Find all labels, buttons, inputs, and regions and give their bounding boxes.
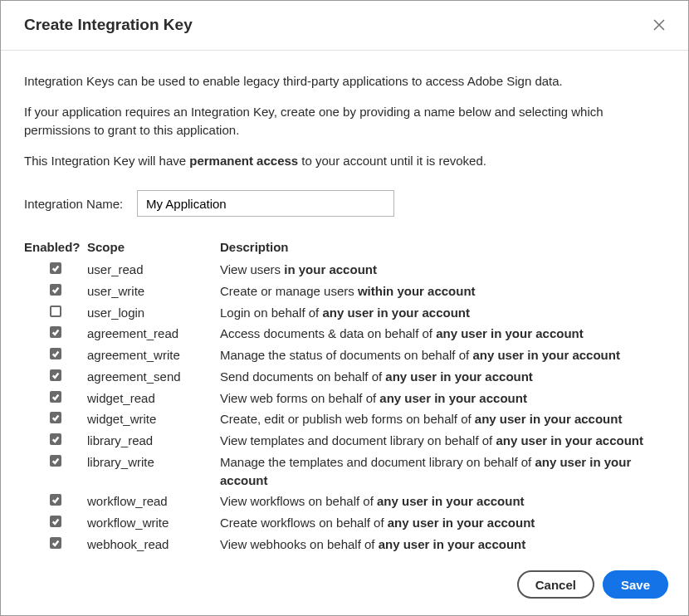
- permission-scope: library_read: [87, 432, 220, 450]
- permission-row: agreement_sendSend documents on behalf o…: [24, 366, 665, 388]
- header-enabled: Enabled?: [24, 240, 87, 254]
- permission-description: Access documents & data on behalf of any…: [220, 325, 665, 343]
- permission-enabled-cell: [24, 453, 87, 467]
- permission-enabled-cell: [24, 514, 87, 527]
- intro-p3: This Integration Key will have permanent…: [24, 152, 665, 171]
- permission-checkbox[interactable]: [50, 262, 61, 274]
- permission-checkbox[interactable]: [50, 348, 61, 359]
- permission-enabled-cell: [24, 432, 87, 445]
- permission-checkbox[interactable]: [50, 455, 61, 467]
- permissions-header-row: Enabled? Scope Description: [24, 240, 665, 254]
- permission-description: Login on behalf of any user in your acco…: [220, 304, 665, 322]
- permission-row: workflow_readView workflows on behalf of…: [24, 491, 665, 512]
- check-icon: [51, 517, 60, 526]
- permission-scope: webhook_read: [87, 535, 220, 554]
- permission-scope: user_login: [87, 304, 220, 322]
- check-icon: [51, 264, 60, 272]
- permission-scope: workflow_write: [87, 514, 220, 532]
- permission-scope: widget_read: [87, 389, 220, 408]
- check-icon: [51, 350, 60, 358]
- permission-description: Create, edit or publish web forms on beh…: [220, 410, 665, 428]
- permission-checkbox[interactable]: [50, 433, 61, 445]
- permission-description: View web forms on behalf of any user in …: [220, 389, 665, 408]
- permission-enabled-cell: [24, 325, 87, 338]
- check-icon: [51, 371, 60, 379]
- header-description: Description: [220, 240, 665, 254]
- permission-enabled-cell: [24, 261, 87, 274]
- permission-scope: agreement_send: [87, 368, 220, 386]
- close-icon: [653, 19, 665, 31]
- permission-checkbox[interactable]: [50, 412, 61, 423]
- permission-description: View templates and document library on b…: [220, 432, 665, 450]
- permission-description: Create or manage users within your accou…: [220, 282, 665, 301]
- permission-enabled-cell: [24, 304, 87, 317]
- permission-row: webhook_readView webhooks on behalf of a…: [24, 534, 665, 555]
- permission-scope: agreement_write: [87, 346, 220, 364]
- dialog-header: Create Integration Key: [1, 1, 688, 51]
- permission-scope: user_write: [87, 282, 220, 301]
- permission-row: agreement_readAccess documents & data on…: [24, 323, 665, 345]
- cancel-button[interactable]: Cancel: [517, 570, 594, 599]
- permissions-table: Enabled? Scope Description user_readView…: [24, 240, 665, 557]
- permission-enabled-cell: [24, 410, 87, 423]
- permission-scope: workflow_read: [87, 492, 220, 511]
- permission-scope: widget_write: [87, 410, 220, 428]
- permission-description: Manage the templates and document librar…: [220, 453, 665, 490]
- check-icon: [51, 413, 60, 422]
- integration-name-label: Integration Name:: [24, 197, 137, 211]
- check-icon: [51, 496, 60, 504]
- permission-row: user_writeCreate or manage users within …: [24, 281, 665, 302]
- permission-row: widget_readView web forms on behalf of a…: [24, 388, 665, 409]
- permission-checkbox[interactable]: [50, 537, 61, 549]
- integration-name-input[interactable]: [137, 190, 394, 217]
- check-icon: [51, 393, 60, 401]
- check-icon: [51, 328, 60, 336]
- dialog-title: Create Integration Key: [24, 16, 193, 34]
- permission-description: View workflows on behalf of any user in …: [220, 492, 665, 511]
- dialog-footer: Cancel Save: [1, 557, 688, 615]
- create-integration-key-dialog: Create Integration Key Integration Keys …: [0, 0, 689, 616]
- permission-description: Send documents on behalf of any user in …: [220, 368, 665, 386]
- integration-name-row: Integration Name:: [24, 190, 665, 217]
- permission-enabled-cell: [24, 389, 87, 403]
- intro-p2: If your application requires an Integrat…: [24, 103, 665, 140]
- close-button[interactable]: [650, 16, 668, 37]
- check-icon: [51, 457, 60, 465]
- permission-row: library_readView templates and document …: [24, 430, 665, 452]
- permission-row: workflow_writeCreate workflows on behalf…: [24, 512, 665, 534]
- permission-enabled-cell: [24, 282, 87, 296]
- permission-checkbox[interactable]: [50, 369, 61, 381]
- permission-enabled-cell: [24, 346, 87, 359]
- save-button[interactable]: Save: [603, 570, 668, 599]
- permission-scope: agreement_read: [87, 325, 220, 343]
- permission-enabled-cell: [24, 492, 87, 506]
- permission-description: Create workflows on behalf of any user i…: [220, 514, 665, 532]
- permission-checkbox[interactable]: [50, 494, 61, 506]
- check-icon: [51, 435, 60, 443]
- permission-enabled-cell: [24, 535, 87, 549]
- permission-row: user_readView users in your account: [24, 259, 665, 281]
- permission-checkbox[interactable]: [50, 326, 61, 338]
- header-scope: Scope: [87, 240, 220, 254]
- permission-scope: user_read: [87, 261, 220, 279]
- permission-checkbox[interactable]: [50, 284, 61, 296]
- permission-enabled-cell: [24, 368, 87, 381]
- permission-scope: library_write: [87, 453, 220, 472]
- permission-checkbox[interactable]: [50, 306, 61, 317]
- permission-description: View webhooks on behalf of any user in y…: [220, 535, 665, 554]
- check-icon: [51, 539, 60, 547]
- permissions-rows: user_readView users in your accountuser_…: [24, 259, 665, 557]
- permission-row: library_writeManage the templates and do…: [24, 452, 665, 491]
- permission-row: widget_writeCreate, edit or publish web …: [24, 408, 665, 430]
- permission-description: Manage the status of documents on behalf…: [220, 346, 665, 364]
- permission-checkbox[interactable]: [50, 516, 61, 527]
- intro-text: Integration Keys can be used to enable l…: [24, 72, 665, 170]
- permission-description: View users in your account: [220, 261, 665, 279]
- permission-row: user_loginLogin on behalf of any user in…: [24, 302, 665, 324]
- permission-checkbox[interactable]: [50, 391, 61, 403]
- dialog-body: Integration Keys can be used to enable l…: [1, 51, 688, 557]
- check-icon: [51, 286, 60, 294]
- intro-p1: Integration Keys can be used to enable l…: [24, 72, 665, 91]
- permission-row: agreement_writeManage the status of docu…: [24, 345, 665, 366]
